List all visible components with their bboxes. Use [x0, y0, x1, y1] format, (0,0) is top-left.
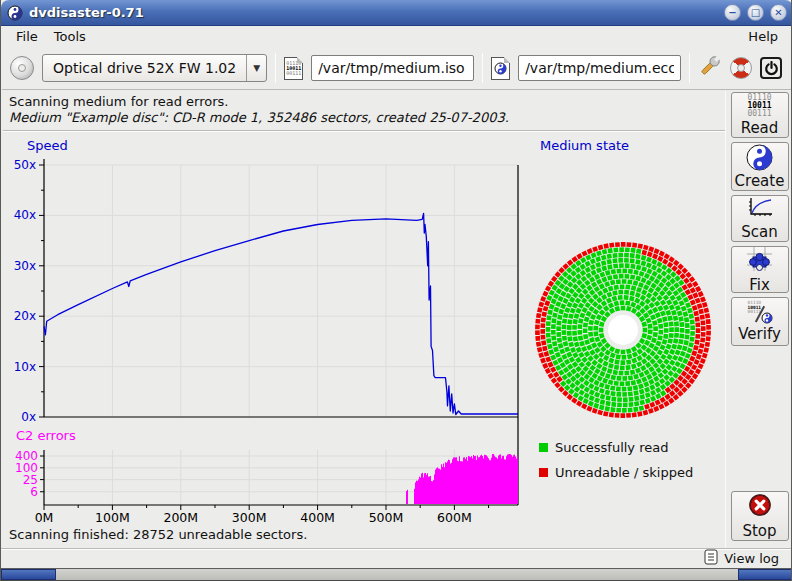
create-button[interactable]: Create [731, 142, 789, 191]
verify-button-label: Verify [738, 325, 781, 343]
maximize-button[interactable]: □ [747, 4, 764, 21]
close-button[interactable]: ✕ [770, 4, 787, 21]
scan-button-label: Scan [741, 223, 777, 241]
svg-text:600M: 600M [437, 510, 472, 525]
stop-icon [748, 493, 772, 521]
svg-text:20x: 20x [14, 309, 36, 323]
scan-button[interactable]: Scan [731, 195, 789, 242]
verify-button[interactable]: 011101001100111 Verify [731, 297, 789, 346]
svg-text:500M: 500M [369, 510, 404, 525]
toolbar-separator [275, 53, 276, 83]
drive-select-value: Optical drive 52X FW 1.02 [43, 60, 246, 76]
scan-chart-icon [747, 197, 773, 222]
footer-bar: View log [1, 548, 792, 568]
iso-path-input[interactable] [311, 55, 474, 81]
c2-errors-title: C2 errors [16, 428, 76, 443]
fix-button[interactable]: Fix [731, 246, 789, 293]
scan-status-line1: Scanning medium for read errors. [9, 94, 719, 109]
help-lifebuoy-icon[interactable] [730, 57, 752, 79]
speed-chart-title: Speed [27, 138, 68, 153]
binary-line: 00111 [285, 71, 302, 76]
stop-button-label: Stop [742, 522, 776, 540]
legend-unreadable-label: Unreadable / skipped [555, 465, 693, 480]
result-status-line: Scanning finished: 28752 unreadable sect… [3, 525, 725, 548]
quit-power-icon[interactable] [760, 57, 782, 79]
resize-corner-right[interactable] [738, 569, 792, 580]
create-button-label: Create [735, 172, 785, 190]
svg-text:10x: 10x [14, 360, 36, 374]
action-sidebar: 011101001100111 Read Create Scan [728, 91, 791, 548]
binary-read-icon: 011101001100111 [747, 94, 771, 118]
svg-text:40x: 40x [14, 208, 36, 222]
read-button[interactable]: 011101001100111 Read [731, 92, 789, 138]
preferences-wrench-icon[interactable] [698, 54, 722, 82]
medium-info-line: Medium "Example disc": CD-R mode 1, 3524… [9, 110, 719, 125]
svg-text:6: 6 [30, 485, 38, 499]
chart-pane: 0x10x20x30x40x50x0M100M200M300M400M500M6… [3, 131, 725, 525]
menu-bar: File Tools Help [2, 26, 792, 47]
drive-select[interactable]: Optical drive 52X FW 1.02 ▼ [42, 54, 267, 82]
ecc-path-input[interactable] [518, 55, 681, 81]
window-title: dvdisaster-0.71 [29, 5, 144, 20]
svg-text:300M: 300M [232, 510, 267, 525]
yin-yang-icon [746, 144, 773, 171]
menu-file[interactable]: File [8, 27, 46, 46]
toolbar: Optical drive 52X FW 1.02 ▼ 01110 10011 … [2, 47, 792, 90]
svg-text:400: 400 [15, 449, 38, 463]
red-square-icon [539, 468, 548, 477]
drive-icon[interactable] [10, 56, 34, 80]
view-log-label[interactable]: View log [724, 551, 779, 566]
read-button-label: Read [741, 119, 779, 137]
fix-button-label: Fix [749, 276, 770, 294]
verify-compare-icon: 011101001100111 [747, 301, 773, 324]
svg-text:0x: 0x [21, 410, 36, 424]
scan-status-area: Scanning medium for read errors. Medium … [3, 91, 725, 131]
menu-help[interactable]: Help [740, 27, 786, 46]
medium-state-title: Medium state [540, 138, 629, 153]
iso-file-icon: 01110 10011 00111 [284, 57, 303, 80]
svg-text:0M: 0M [35, 510, 54, 525]
window-frame-bottom[interactable] [1, 568, 792, 581]
minimize-button[interactable]: − [724, 4, 741, 21]
green-square-icon [539, 443, 548, 452]
ecc-file-icon [491, 57, 510, 80]
menu-tools[interactable]: Tools [46, 27, 94, 46]
legend-read-label: Successfully read [555, 440, 668, 455]
legend-successfully-read: Successfully read [539, 440, 668, 455]
svg-text:30x: 30x [14, 259, 36, 273]
svg-text:400M: 400M [300, 510, 335, 525]
view-log-icon[interactable] [704, 549, 718, 568]
svg-text:100M: 100M [95, 510, 130, 525]
toolbar-separator [482, 53, 483, 83]
app-logo-icon [7, 5, 23, 21]
toolbar-separator [689, 53, 690, 83]
puzzle-piece-icon [747, 247, 772, 275]
svg-text:50x: 50x [14, 158, 36, 172]
legend-unreadable: Unreadable / skipped [539, 465, 693, 480]
resize-corner-left[interactable] [1, 569, 56, 580]
svg-text:200M: 200M [163, 510, 198, 525]
chevron-down-icon[interactable]: ▼ [246, 55, 266, 81]
app-window: dvdisaster-0.71 − □ ✕ File Tools Help Op… [0, 0, 792, 581]
stop-button[interactable]: Stop [731, 491, 789, 541]
title-bar[interactable]: dvdisaster-0.71 − □ ✕ [1, 0, 792, 26]
vertical-separator [725, 91, 726, 548]
